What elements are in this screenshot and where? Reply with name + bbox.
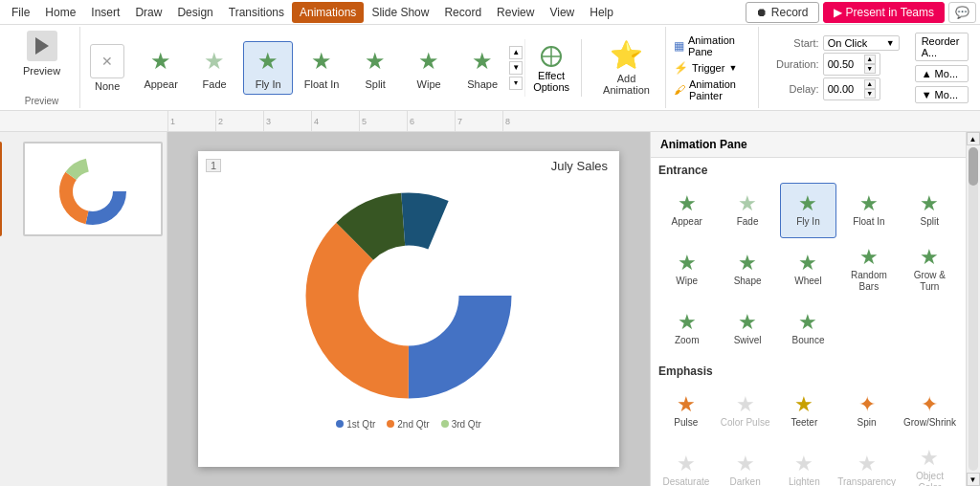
panel-anim-wheel[interactable]: ★ Wheel [780,242,836,298]
ribbon-preview-group: Preview Preview [4,27,80,108]
animation-list-group: ✕ None ★ Appear ★ Fade ★ Fly In ★ Float … [80,27,588,108]
scroll-up-button[interactable]: ▲ [967,132,980,145]
panel-anim-split[interactable]: ★ Split [902,183,958,238]
delay-down[interactable]: ▼ [864,89,876,99]
menu-home[interactable]: Home [37,2,83,23]
slide-panel[interactable]: 1 [0,132,167,486]
anim-wipe-label: Wipe [417,78,441,90]
panel-anim-desaturate[interactable]: ★ Desaturate [658,443,714,486]
panel-anim-pulse[interactable]: ★ Pulse [658,384,714,439]
start-input[interactable]: On Click ▼ [823,35,900,51]
panel-anim-darken[interactable]: ★ Darken [718,443,773,486]
anim-scroll-more[interactable]: ▾ [509,77,523,90]
panel-anim-transparency[interactable]: ★ Transparency [835,443,898,486]
slide-thumbnail[interactable] [23,142,163,236]
legend-3rd-dot [441,420,449,428]
wheel-label: Wheel [794,276,821,287]
floatin-icon: ★ [859,193,879,214]
animation-painter-button[interactable]: 🖌 Animation Painter [674,78,750,101]
spin-label: Spin [858,417,877,429]
svg-marker-0 [35,37,49,55]
panel-anim-random-bars[interactable]: ★ Random Bars [840,242,897,298]
menu-insert[interactable]: Insert [83,2,127,23]
record-button[interactable]: ⏺ Record [746,2,819,23]
anim-fade-label: Fade [203,78,227,90]
trigger-button[interactable]: ⚡ Trigger ▼ [674,61,750,75]
panel-anim-swivel[interactable]: ★ Swivel [719,301,775,357]
menu-view[interactable]: View [542,2,582,23]
panel-anim-wipe[interactable]: ★ Wipe [658,242,715,298]
duration-input[interactable]: 00.50 ▲ ▼ [823,53,880,76]
panel-anim-bounce[interactable]: ★ Bounce [780,301,836,357]
move-earlier-button[interactable]: ▲ Mo... [915,65,969,82]
duration-down[interactable]: ▼ [864,64,876,74]
move-later-button[interactable]: ▼ Mo... [915,86,969,103]
effect-options-icon [538,43,565,70]
flyin-icon: ★ [798,193,817,214]
anim-shape[interactable]: ★ Shape [457,42,507,94]
panel-anim-spin[interactable]: ✦ Spin [835,384,898,439]
message-icon[interactable]: 💬 [948,2,976,23]
menu-file[interactable]: File [4,2,37,23]
growshrink-icon: ✦ [921,394,938,415]
effect-options-button[interactable]: Effect Options [524,39,577,97]
teeter-icon: ★ [794,394,813,415]
anim-shape-label: Shape [467,78,498,90]
menu-transitions[interactable]: Transitions [221,2,292,23]
menu-draw[interactable]: Draw [127,2,169,23]
wipe-label: Wipe [676,276,698,287]
animation-pane-toggle[interactable]: ▦ Animation Pane [674,34,750,57]
add-animation-button[interactable]: ⭐ Add Animation [588,27,666,108]
preview-button[interactable]: Preview [11,27,72,80]
scroll-thumb[interactable] [969,147,978,186]
menu-record[interactable]: Record [436,2,489,23]
anim-split[interactable]: ★ Split [350,42,400,94]
panel-anim-appear[interactable]: ★ Appear [658,183,715,238]
move-earlier-label: ▲ Mo... [922,68,958,79]
present-icon: ▶ [834,6,842,19]
anim-float-in[interactable]: ★ Float In [297,42,346,94]
reorder-button[interactable]: Reorder A... [915,33,969,61]
slide-content[interactable]: 1 July Sales [198,151,619,467]
delay-up[interactable]: ▲ [864,79,876,89]
swivel-icon: ★ [738,312,757,333]
panel-anim-fade[interactable]: ★ Fade [719,183,775,238]
panel-anim-grow-shrink[interactable]: ✦ Grow/Shrink [902,384,958,439]
scroll-track[interactable] [969,147,978,471]
duration-up[interactable]: ▲ [864,55,876,64]
anim-fade[interactable]: ★ Fade [189,42,239,94]
anim-wipe[interactable]: ★ Wipe [404,42,454,94]
anim-none[interactable]: ✕ None [82,40,132,96]
delay-value: 00.00 [828,83,855,95]
growturn-label: Grow & Turn [903,270,956,293]
menu-slideshow[interactable]: Slide Show [364,2,436,23]
menu-review[interactable]: Review [489,2,542,23]
present-button[interactable]: ▶ Present in Teams [823,2,946,23]
anim-appear[interactable]: ★ Appear [136,42,186,94]
menu-animations[interactable]: Animations [292,2,364,23]
entrance-section: Entrance ★ Appear ★ Fade ★ Fly [651,158,966,486]
legend-1st: 1st Qtr [336,419,375,430]
panel-anim-zoom[interactable]: ★ Zoom [658,301,715,357]
entrance-grid: ★ Appear ★ Fade ★ Fly In ★ [658,183,958,357]
legend-1st-label: 1st Qtr [346,419,375,430]
panel-anim-fly-in[interactable]: ★ Fly In [780,183,836,238]
menu-design[interactable]: Design [169,2,220,23]
anim-fly-in[interactable]: ★ Fly In [243,41,293,95]
menu-help[interactable]: Help [582,2,621,23]
panel-anim-float-in[interactable]: ★ Float In [840,183,897,238]
anim-split-label: Split [365,78,385,90]
panel-anim-color-pulse[interactable]: ★ Color Pulse [718,384,773,439]
panel-anim-lighten[interactable]: ★ Lighten [776,443,832,486]
panel-anim-object-color[interactable]: ★ Object Color [902,443,958,486]
scroll-down-button[interactable]: ▼ [967,473,980,486]
panel-anim-teeter[interactable]: ★ Teeter [776,384,832,439]
panel-anim-shape[interactable]: ★ Shape [719,242,775,298]
delay-input[interactable]: 00.00 ▲ ▼ [823,77,880,100]
anim-scroll-up[interactable]: ▲ [509,46,523,59]
anim-scroll-down[interactable]: ▼ [509,61,523,75]
split-label: Split [921,216,939,228]
start-dropdown-icon: ▼ [886,38,895,48]
panel-anim-grow-turn[interactable]: ★ Grow & Turn [902,242,958,298]
delay-control: Delay: 00.00 ▲ ▼ [767,77,900,100]
